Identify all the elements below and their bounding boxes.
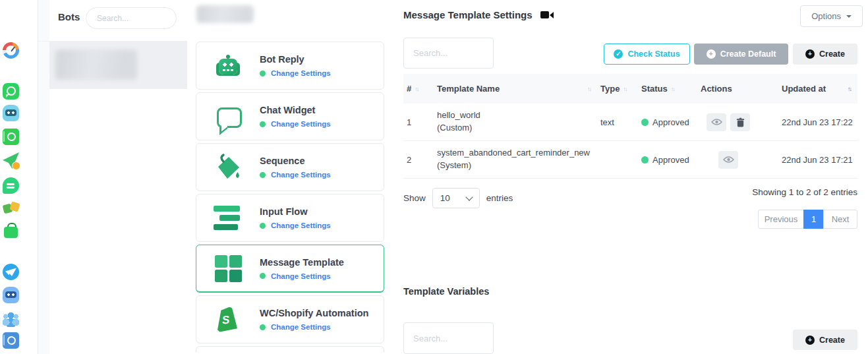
template-name: hello_world	[437, 109, 597, 122]
pagination: Previous 1 Next	[758, 210, 857, 229]
variables-create-button[interactable]: + Create	[793, 330, 857, 350]
settings-card-bot-reply[interactable]: Bot Reply Change Settings	[196, 42, 384, 90]
change-settings-link[interactable]: Change Settings	[271, 221, 331, 229]
delete-button[interactable]	[730, 113, 750, 131]
next-page-button[interactable]: Next	[823, 210, 857, 229]
eye-icon	[723, 156, 734, 163]
settings-card-sequence[interactable]: Sequence Change Settings	[196, 143, 384, 191]
change-settings-link[interactable]: Change Settings	[271, 69, 331, 77]
app-icon-rail	[0, 0, 38, 354]
status-dot-icon	[260, 121, 266, 127]
create-default-button[interactable]: + Create Default	[694, 44, 788, 65]
contacts-blue-icon[interactable]	[3, 332, 19, 349]
shopify-icon: S	[214, 305, 243, 334]
table-header-row: #↑↓ Template Name↑↓ Type↑↓ Status↑↓ Acti…	[403, 74, 857, 103]
settings-card-list: Bot Reply Change Settings Chat Widget Ch…	[196, 42, 384, 353]
template-variables-title: Template Variables	[403, 286, 489, 297]
input-flow-icon	[214, 204, 243, 233]
col-header-updated[interactable]: Updated at↑↓	[778, 84, 857, 94]
check-status-label: Check Status	[627, 49, 680, 59]
previous-page-button[interactable]: Previous	[758, 210, 804, 229]
message-template-icon	[214, 254, 243, 283]
main-panel: Message Template Settings Options ✓ Chec…	[394, 0, 868, 354]
card-title: Sequence	[260, 156, 331, 166]
page-size-select[interactable]: 10	[432, 188, 480, 208]
row-num: 1	[403, 117, 434, 127]
livechat-icon[interactable]	[3, 177, 19, 194]
settings-card-partial[interactable]	[196, 346, 384, 353]
settings-card-wc-shopify[interactable]: S WC/Shopify Automation Change Settings	[196, 295, 384, 343]
settings-panel: Bot Reply Change Settings Chat Widget Ch…	[187, 0, 395, 354]
showing-entries-text: Showing 1 to 2 of 2 entries	[752, 187, 857, 197]
settings-card-input-flow[interactable]: Input Flow Change Settings	[196, 194, 384, 242]
video-tutorial-icon[interactable]	[540, 11, 554, 18]
template-search-input[interactable]	[403, 38, 494, 69]
col-header-name[interactable]: Template Name↑↓	[434, 84, 597, 94]
redacted-panel-title	[196, 5, 254, 23]
card-title: Chat Widget	[260, 105, 331, 115]
chatbot-blue-icon[interactable]	[3, 287, 19, 303]
chevron-down-icon	[846, 15, 852, 18]
sort-icon: ↑↓	[671, 86, 674, 92]
bots-panel-header: Bots	[38, 0, 187, 42]
options-label: Options	[811, 11, 841, 21]
whatsapp-icon[interactable]	[3, 83, 19, 100]
shop-icon[interactable]	[3, 222, 19, 239]
bots-search-input[interactable]	[86, 7, 177, 29]
template-origin: (Custom)	[437, 122, 597, 134]
check-circle-icon: ✓	[614, 49, 623, 59]
integrations-icon[interactable]	[3, 200, 19, 217]
page-size-value: 10	[440, 193, 450, 203]
selected-bot-item[interactable]	[49, 42, 187, 89]
template-type: text	[597, 117, 638, 127]
chatbot-teal-icon[interactable]	[3, 105, 19, 121]
change-settings-link[interactable]: Change Settings	[271, 120, 331, 128]
bot-reply-icon	[214, 51, 243, 80]
sort-icon-active: ↑↓	[848, 86, 851, 92]
sort-icon: ↑↓	[587, 86, 591, 92]
template-name-cell: hello_world (Custom)	[434, 109, 597, 134]
team-icon[interactable]	[3, 310, 19, 327]
eye-icon	[711, 118, 722, 126]
change-settings-link[interactable]: Change Settings	[271, 323, 331, 331]
card-title: Input Flow	[260, 206, 331, 217]
chevron-down-icon	[465, 193, 473, 200]
variables-create-label: Create	[819, 336, 845, 345]
create-label: Create	[819, 49, 845, 59]
page-title-row: Message Template Settings	[403, 9, 554, 20]
col-header-status[interactable]: Status↑↓	[638, 84, 697, 94]
settings-card-message-template[interactable]: Message Template Change Settings	[196, 245, 384, 293]
sort-icon: ↑↓	[623, 86, 626, 92]
page-size-control: Show 10 entries	[403, 188, 513, 208]
view-button[interactable]	[707, 113, 726, 131]
status-badge: Approved	[641, 155, 697, 165]
plus-circle-icon: +	[805, 49, 815, 59]
col-header-type[interactable]: Type↑↓	[597, 84, 638, 94]
templates-table: #↑↓ Template Name↑↓ Type↑↓ Status↑↓ Acti…	[403, 74, 857, 179]
broadcast-icon[interactable]	[3, 152, 19, 169]
options-button[interactable]: Options	[800, 5, 863, 27]
template-origin: (System)	[437, 160, 597, 172]
page-title: Message Template Settings	[403, 9, 533, 20]
check-status-button[interactable]: ✓ Check Status	[604, 44, 690, 65]
change-settings-link[interactable]: Change Settings	[271, 272, 331, 280]
bots-title: Bots	[58, 11, 80, 22]
settings-card-chat-widget[interactable]: Chat Widget Change Settings	[196, 92, 384, 140]
col-header-num[interactable]: #↑↓	[403, 84, 434, 94]
table-row: 2 system_abandoned_cart_reminder_new (Sy…	[403, 141, 857, 179]
view-button[interactable]	[718, 151, 738, 169]
template-name: system_abandoned_cart_reminder_new	[437, 147, 597, 160]
telegram-icon[interactable]	[3, 264, 19, 280]
chat-widget-icon	[214, 102, 243, 131]
variables-search-input[interactable]	[403, 322, 494, 354]
template-name-cell: system_abandoned_cart_reminder_new (Syst…	[434, 147, 597, 172]
page-1-button[interactable]: 1	[803, 210, 824, 229]
dashboard-icon[interactable]	[3, 42, 19, 59]
notification-badge	[12, 162, 20, 170]
sequence-icon	[214, 153, 243, 182]
contacts-green-icon[interactable]	[3, 129, 19, 145]
card-title: Bot Reply	[260, 54, 331, 65]
create-button[interactable]: + Create	[793, 44, 857, 65]
change-settings-link[interactable]: Change Settings	[271, 171, 331, 179]
status-dot-icon	[260, 273, 266, 279]
